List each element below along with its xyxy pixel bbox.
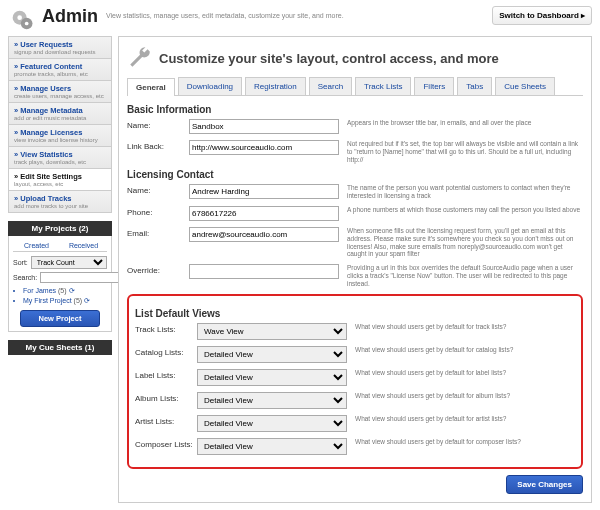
panel-title-cue-sheets[interactable]: My Cue Sheets (1) <box>8 340 112 355</box>
help-track-lists: What view should users get by default fo… <box>347 323 575 331</box>
tab-filters[interactable]: Filters <box>414 77 454 95</box>
nav-manage-metadata[interactable]: » Manage Metadataadd or edit music metad… <box>9 103 111 125</box>
licensing-name-input[interactable] <box>189 184 339 199</box>
label-artist-lists: Artist Lists: <box>135 415 197 426</box>
section-basic-info: Basic Information <box>127 104 583 115</box>
licensing-phone-input[interactable] <box>189 206 339 221</box>
nav-edit-site-settings[interactable]: » Edit Site Settingslayout, access, etc <box>9 169 111 191</box>
track-lists-select[interactable]: Wave View <box>197 323 347 340</box>
sort-select[interactable]: Track Count <box>31 256 107 269</box>
tab-cue-sheets[interactable]: Cue Sheets <box>495 77 555 95</box>
artist-lists-select[interactable]: Detailed View <box>197 415 347 432</box>
project-item[interactable]: For James (5) ⟳ <box>13 286 107 296</box>
tab-tabs[interactable]: Tabs <box>457 77 492 95</box>
linkback-input[interactable] <box>189 140 339 155</box>
tab-search[interactable]: Search <box>309 77 352 95</box>
tab-created[interactable]: Created <box>13 240 60 251</box>
label-track-lists: Track Lists: <box>135 323 197 334</box>
catalog-lists-select[interactable]: Detailed View <box>197 346 347 363</box>
nav-manage-licenses[interactable]: » Manage Licensesview invoice and licens… <box>9 125 111 147</box>
label-lic-email: Email: <box>127 227 189 238</box>
nav-featured-content[interactable]: » Featured Contentpromote tracks, albums… <box>9 59 111 81</box>
svg-point-2 <box>17 15 22 20</box>
licensing-email-input[interactable] <box>189 227 339 242</box>
help-linkback: Not required but if it's set, the top ba… <box>339 140 583 163</box>
nav-manage-users[interactable]: » Manage Userscreate users, manage acces… <box>9 81 111 103</box>
label-name: Name: <box>127 119 189 130</box>
sidebar: » User Requestssignup and download reque… <box>8 36 112 503</box>
project-list: For James (5) ⟳ My First Project (5) ⟳ <box>13 286 107 306</box>
new-project-button[interactable]: New Project <box>20 310 100 327</box>
label-catalog-lists: Catalog Lists: <box>135 346 197 357</box>
help-album-lists: What view should users get by default fo… <box>347 392 575 400</box>
projects-tabs: Created Received <box>13 240 107 252</box>
help-catalog-lists: What view should users get by default fo… <box>347 346 575 354</box>
label-linkback: Link Back: <box>127 140 189 151</box>
label-lists-select[interactable]: Detailed View <box>197 369 347 386</box>
section-list-default-views: List Default Views <box>135 308 575 319</box>
settings-form: Customize your site's layout, control ac… <box>118 36 592 503</box>
wrench-icon <box>127 45 153 71</box>
list-default-views-highlight: List Default Views Track Lists:Wave View… <box>127 294 583 469</box>
tab-received[interactable]: Received <box>60 240 107 251</box>
help-lic-phone: A phone numbers at which those customers… <box>339 206 583 214</box>
album-lists-select[interactable]: Detailed View <box>197 392 347 409</box>
help-composer-lists: What view should users get by default fo… <box>347 438 575 446</box>
search-label: Search: <box>13 274 37 281</box>
settings-heading: Customize your site's layout, control ac… <box>159 51 499 66</box>
help-lic-override: Providing a url in this box overrides th… <box>339 264 583 287</box>
switch-dashboard-button[interactable]: Switch to Dashboard ▸ <box>492 6 592 25</box>
settings-tabs: General Downloading Registration Search … <box>127 77 583 96</box>
my-projects-panel: My Projects (2) Created Received Sort: T… <box>8 221 112 332</box>
help-lic-email: When someone fills out the licensing req… <box>339 227 583 258</box>
site-name-input[interactable] <box>189 119 339 134</box>
help-artist-lists: What view should users get by default fo… <box>347 415 575 423</box>
help-lic-name: The name of the person you want potentia… <box>339 184 583 200</box>
help-name: Appears in the browser title bar, in ema… <box>339 119 583 127</box>
page-tagline: View statistics, manage users, edit meta… <box>106 12 492 19</box>
label-album-lists: Album Lists: <box>135 392 197 403</box>
label-lic-phone: Phone: <box>127 206 189 217</box>
licensing-override-input[interactable] <box>189 264 339 279</box>
panel-title-projects: My Projects (2) <box>8 221 112 236</box>
nav-view-statistics[interactable]: » View Statisticstrack plays, downloads,… <box>9 147 111 169</box>
tab-general[interactable]: General <box>127 78 175 96</box>
tab-downloading[interactable]: Downloading <box>178 77 242 95</box>
my-cue-sheets-panel: My Cue Sheets (1) <box>8 340 112 355</box>
nav-user-requests[interactable]: » User Requestssignup and download reque… <box>9 37 111 59</box>
project-item[interactable]: My First Project (5) ⟳ <box>13 296 107 306</box>
label-label-lists: Label Lists: <box>135 369 197 380</box>
sort-label: Sort: <box>13 259 28 266</box>
svg-point-3 <box>25 22 29 26</box>
save-changes-button[interactable]: Save Changes <box>506 475 583 494</box>
help-label-lists: What view should users get by default fo… <box>347 369 575 377</box>
page-title: Admin <box>42 6 98 27</box>
nav-upload-tracks[interactable]: » Upload Tracksadd more tracks to your s… <box>9 191 111 212</box>
tab-track-lists[interactable]: Track Lists <box>355 77 411 95</box>
tab-registration[interactable]: Registration <box>245 77 306 95</box>
admin-nav: » User Requestssignup and download reque… <box>8 36 112 213</box>
section-licensing-contact: Licensing Contact <box>127 169 583 180</box>
label-lic-override: Override: <box>127 264 189 275</box>
composer-lists-select[interactable]: Detailed View <box>197 438 347 455</box>
gear-icon <box>8 6 36 34</box>
label-lic-name: Name: <box>127 184 189 195</box>
header-bar: Admin View statistics, manage users, edi… <box>0 0 600 36</box>
label-composer-lists: Composer Lists: <box>135 438 197 449</box>
